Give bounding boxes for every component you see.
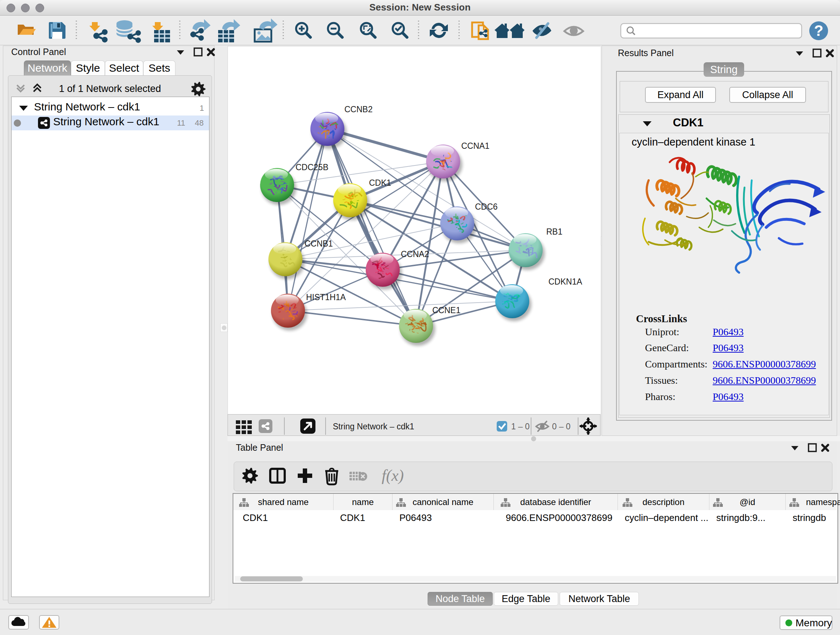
svg-text:CCNA1: CCNA1: [461, 141, 489, 150]
svg-text:CDKN1A: CDKN1A: [548, 277, 583, 287]
svg-text:1 – 0: 1 – 0: [511, 422, 530, 431]
svg-text:CCNA2: CCNA2: [401, 249, 429, 259]
svg-text:f(x): f(x): [382, 467, 404, 485]
svg-text:RB1: RB1: [546, 227, 562, 236]
svg-text:CCNB1: CCNB1: [305, 239, 333, 249]
svg-text:CDC6: CDC6: [475, 202, 498, 211]
svg-text:HIST1H1A: HIST1H1A: [306, 293, 346, 302]
svg-text:CDC25B: CDC25B: [295, 163, 328, 172]
svg-text:CCNB2: CCNB2: [344, 105, 373, 114]
svg-text:CDK1: CDK1: [369, 178, 391, 187]
svg-text:String Network – cdk1: String Network – cdk1: [333, 422, 414, 431]
svg-text:CCNE1: CCNE1: [432, 306, 461, 315]
svg-text:0 – 0: 0 – 0: [552, 422, 570, 431]
svg-text:?: ?: [814, 22, 823, 39]
